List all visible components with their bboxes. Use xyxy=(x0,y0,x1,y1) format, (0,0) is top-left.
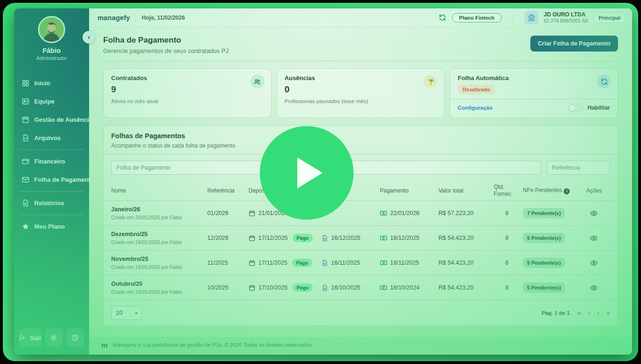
card-folha-automatica: Folha Automática Desativado Configuração… xyxy=(450,68,618,118)
info-icon[interactable]: i xyxy=(564,188,570,194)
sidebar-item-folha-de-pagamento[interactable]: Folha de Pagamento xyxy=(21,171,83,189)
sidebar-bottom: Sair xyxy=(14,323,89,355)
sidebar-item-relatorios[interactable]: Relatórios xyxy=(21,194,83,212)
column-header-pagamento: Pagamento xyxy=(380,185,438,197)
sidebar-item-meu-plano[interactable]: Meu Plano xyxy=(21,217,83,236)
topbar: managefy Hoje, 11/02/2026 Plano Fintech … xyxy=(89,8,632,27)
star-icon xyxy=(22,223,30,230)
configuration-link[interactable]: Configuração xyxy=(458,105,492,111)
user-role: Administrador xyxy=(19,55,84,61)
card-contratados: Contratados 9 Ativos no mês atual xyxy=(103,68,271,118)
cell-nota-fiscal: 16/11/2025 xyxy=(321,260,380,267)
toggle-label: Habilitar xyxy=(588,104,610,111)
sidebar-item-label: Gestão de Ausências xyxy=(34,116,96,123)
settings-button[interactable] xyxy=(45,328,63,347)
cell-qtd-fornec: 8 xyxy=(494,235,523,241)
column-header-referencia: Referência xyxy=(207,185,249,197)
pago-badge: Pago xyxy=(292,259,313,267)
topbar-right: Plano Fintech JD OURO LTDA 62.378.888/00… xyxy=(438,11,626,24)
logout-button[interactable]: Sair xyxy=(19,328,42,347)
enable-toggle[interactable] xyxy=(568,104,584,112)
help-button[interactable] xyxy=(66,328,84,347)
prev-page-button[interactable]: ‹ xyxy=(588,310,590,316)
sidebar-item-inicio[interactable]: Início xyxy=(21,74,83,92)
table-row[interactable]: Novembro/25 Criado em 16/01/2026 por Fáb… xyxy=(104,250,618,275)
calendar-icon xyxy=(249,235,256,242)
first-page-button[interactable]: « xyxy=(577,310,581,316)
reference-filter-input[interactable] xyxy=(547,161,610,175)
cell-qtd-fornec: 8 xyxy=(494,284,523,291)
page-title: Folha de Pagamento xyxy=(103,36,228,45)
grid-icon xyxy=(22,79,30,87)
file-download-icon xyxy=(22,199,30,207)
table-row[interactable]: Dezembro/25 Criado em 16/01/2026 por Fáb… xyxy=(104,225,618,250)
company-cnpj: 62.378.888/0001-58 xyxy=(544,18,588,23)
view-button[interactable] xyxy=(588,208,600,218)
cell-nota-fiscal: 16/12/2025 xyxy=(321,235,380,242)
plan-badge[interactable]: Plano Fintech xyxy=(452,13,501,22)
auto-sync-icon xyxy=(597,74,611,89)
calendar-icon xyxy=(249,210,256,217)
table-row[interactable]: Outubro/25 Criado em 16/01/2026 por Fábi… xyxy=(104,275,618,300)
cell-deposito: 17/12/2025 Pago xyxy=(249,234,321,242)
company-name: JD OURO LTDA xyxy=(544,12,588,18)
cell-valor-total: R$ 54.423,20 xyxy=(438,284,494,291)
cell-acoes xyxy=(580,233,610,243)
eye-icon xyxy=(590,209,598,217)
refresh-icon[interactable] xyxy=(438,14,446,22)
last-page-button[interactable]: » xyxy=(606,310,610,316)
next-page-button[interactable]: › xyxy=(597,310,600,316)
company-info[interactable]: JD OURO LTDA 62.378.888/0001-58 xyxy=(544,12,588,24)
footer-text: Managefy é sua plataforma de gestão de P… xyxy=(113,342,313,348)
cell-referencia: 12/2026 xyxy=(207,235,249,241)
cell-nota-fiscal: 16/10/2025 xyxy=(321,284,380,291)
view-button[interactable] xyxy=(588,258,600,268)
view-button[interactable] xyxy=(588,282,600,293)
table-row[interactable]: Janeiro/26 Criado em 20/01/2026 por Fábi… xyxy=(104,201,618,225)
money-icon xyxy=(380,209,387,217)
sidebar-item-label: Financeiro xyxy=(34,158,65,165)
play-button[interactable] xyxy=(260,126,354,220)
sidebar-divider xyxy=(20,215,83,215)
column-header-nome: Nome xyxy=(111,185,207,197)
users-icon xyxy=(250,74,264,89)
sidebar-collapse-button[interactable]: ‹ xyxy=(83,31,95,44)
payrolls-table-card: Folhas de Pagamentos Acompanhe o status … xyxy=(103,125,618,326)
sidebar-menu: InícioEquipeGestão de AusênciasArquivosF… xyxy=(14,74,89,236)
card-ausencias: Ausências 0 Profissionais pausados (esse… xyxy=(277,68,445,118)
user-profile: Fábio Administrador xyxy=(14,8,89,64)
table-title: Folhas de Pagamentos xyxy=(111,132,610,140)
view-button[interactable] xyxy=(588,233,600,243)
footer: m Managefy é sua plataforma de gestão de… xyxy=(89,337,632,355)
cell-valor-total: R$ 57.223,20 xyxy=(438,210,494,216)
pending-badge: 5 Pendente(s) xyxy=(523,282,565,293)
cell-nfe-pendentes: 5 Pendente(s) xyxy=(523,282,580,293)
cell-deposito: 17/10/2025 Pago xyxy=(249,283,321,292)
sidebar-item-equipe[interactable]: Equipe xyxy=(21,92,83,111)
file-icon xyxy=(321,260,328,267)
pending-badge: 5 Pendente(s) xyxy=(523,258,565,268)
app-logo: managefy xyxy=(98,14,130,22)
id-card-icon xyxy=(22,97,30,105)
cell-pagamento: 18/10/2024 xyxy=(380,284,438,291)
cell-acoes xyxy=(580,208,610,218)
main-content: Folha de Pagamento Gerencie pagamentos d… xyxy=(89,27,632,355)
sidebar-item-label: Folha de Pagamento xyxy=(34,176,94,183)
cell-referencia: 11/2025 xyxy=(207,260,249,266)
cell-deposito: 17/11/2025 Pago xyxy=(249,259,321,267)
sidebar-item-arquivos[interactable]: Arquivos xyxy=(21,129,83,147)
cell-valor-total: R$ 54.423,20 xyxy=(438,235,494,241)
column-header-valor-total: Valor total xyxy=(438,185,494,197)
page-size-select[interactable]: 10 ▾ xyxy=(111,306,142,320)
user-name: Fábio xyxy=(19,47,84,54)
sidebar-item-gestao-de-ausencias[interactable]: Gestão de Ausências xyxy=(21,111,83,129)
sidebar-item-financeiro[interactable]: Financeiro xyxy=(21,152,83,171)
sidebar-item-label: Arquivos xyxy=(34,134,60,141)
chevron-left-icon: ‹ xyxy=(88,33,90,41)
avatar[interactable] xyxy=(38,16,65,43)
eye-icon xyxy=(590,284,598,292)
column-header-acoes: Ações xyxy=(580,185,610,197)
pago-badge: Pago xyxy=(293,234,313,242)
table-body: Janeiro/26 Criado em 20/01/2026 por Fábi… xyxy=(104,201,618,300)
create-payroll-button[interactable]: Criar Folha de Pagamento xyxy=(530,36,618,52)
